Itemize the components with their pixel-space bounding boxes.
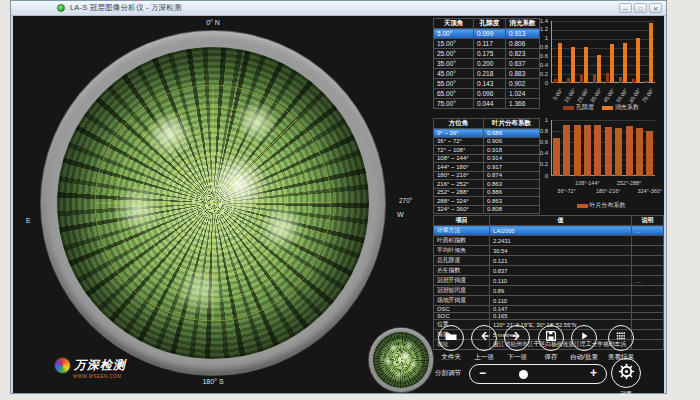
table-row[interactable]: 55.00°0.1430.902 — [434, 79, 540, 89]
table-cell: 冠层郁闭度 — [434, 286, 490, 296]
table-row[interactable]: 15.00°0.1170.806 — [434, 39, 540, 49]
table-cell: 叶面积指数 — [434, 236, 490, 246]
table-row[interactable]: 72° ~ 108°0.918 — [434, 146, 540, 155]
bar — [623, 43, 628, 83]
table-cell: 0.806 — [506, 39, 540, 49]
table-row[interactable]: 计算方法LAI2000… — [434, 226, 664, 236]
slider-minus-button[interactable]: − — [479, 366, 486, 381]
table-cell: 2.2431 — [490, 236, 632, 246]
table-cell: 0.099 — [474, 29, 506, 39]
y-tick-label: 0.4 — [537, 62, 548, 68]
bar — [567, 78, 571, 83]
table-cell: … — [632, 226, 664, 236]
table-row[interactable]: 252° ~ 288°0.886 — [434, 188, 540, 197]
column-header: 孔隙度 — [474, 19, 506, 29]
table-cell: 1.024 — [506, 89, 540, 99]
legend-label: 孔隙度 — [576, 103, 594, 112]
table-cell: 0.917 — [484, 163, 540, 172]
maximize-button[interactable]: □ — [634, 3, 647, 13]
table-row[interactable]: 冠层开阔度0.110… — [434, 276, 664, 286]
table-cell — [632, 236, 664, 246]
table-cell: 0.143 — [474, 79, 506, 89]
table-row[interactable]: 36° ~ 72°0.906 — [434, 137, 540, 146]
table-cell: 1.366 — [506, 99, 540, 109]
settings-label: 设置 — [611, 390, 641, 399]
table-row[interactable]: SOC0.165 — [434, 313, 664, 320]
table-cell: 场地开阔度 — [434, 296, 490, 306]
table-row[interactable]: 108° ~ 144°0.914 — [434, 154, 540, 163]
table-row[interactable]: 总孔隙度0.121 — [434, 256, 664, 266]
table-cell: 0.883 — [506, 69, 540, 79]
grid-icon — [614, 329, 628, 347]
table-row[interactable]: 场地开阔度0.110 — [434, 296, 664, 306]
y-tick-label: 0.8 — [537, 44, 548, 50]
segmentation-slider[interactable]: − + — [469, 364, 607, 384]
table-cell — [632, 296, 664, 306]
y-tick-label: 1 — [537, 35, 548, 41]
table-cell: 25.00° — [434, 49, 474, 59]
bar — [597, 55, 602, 83]
table-cell — [632, 340, 664, 350]
table-row[interactable]: 5.00°0.0990.913 — [434, 29, 540, 39]
table-cell: 55.00° — [434, 79, 474, 89]
table-row[interactable]: 180° ~ 216°0.874 — [434, 171, 540, 180]
auto-batch-button[interactable] — [571, 325, 597, 351]
settings-button[interactable] — [611, 358, 641, 388]
table-row[interactable]: 25.00°0.1750.823 — [434, 49, 540, 59]
table-row[interactable]: 144° ~ 180°0.917 — [434, 163, 540, 172]
compass-south-label: 180° S — [183, 378, 243, 385]
compass-east-label: E — [26, 217, 31, 224]
y-tick-label: 0.2 — [537, 71, 548, 77]
segmentation-slider-label: 分割调节 — [435, 369, 461, 378]
save-button[interactable] — [538, 325, 564, 351]
table-row[interactable]: 45.00°0.2180.883 — [434, 69, 540, 79]
table-row[interactable]: 丛生指数0.837 — [434, 266, 664, 276]
table-cell: 216° ~ 252° — [434, 180, 484, 189]
table-cell: 0.823 — [506, 49, 540, 59]
table-row[interactable]: 叶面积指数2.2431 — [434, 236, 664, 246]
x-tick-label: 252°-288° — [605, 180, 653, 186]
table-cell: 0.686 — [484, 129, 540, 138]
table-row[interactable]: 65.00°0.0961.024 — [434, 89, 540, 99]
legend-swatch — [563, 106, 574, 110]
prev-image-button[interactable] — [471, 325, 497, 351]
gear-icon — [618, 363, 635, 384]
table-row[interactable]: 平均叶倾角30.54 — [434, 246, 664, 256]
bar — [610, 44, 615, 83]
table-cell: SOC — [434, 313, 490, 320]
table-cell: 0.147 — [490, 306, 632, 313]
table-row[interactable]: 216° ~ 252°0.863 — [434, 180, 540, 189]
thumbnail-image[interactable] — [373, 332, 429, 388]
bar — [606, 73, 610, 83]
bar — [646, 131, 653, 176]
folder-button[interactable] — [438, 325, 464, 351]
next-image-button[interactable] — [504, 325, 530, 351]
compass-west-degrees-label: 270° — [399, 197, 412, 204]
table-row[interactable]: 75.00°0.0441.366 — [434, 99, 540, 109]
y-tick-label: 0.2 — [537, 161, 548, 167]
table-row[interactable]: 324° ~ 360°0.808 — [434, 205, 540, 214]
table-row[interactable]: 冠层郁闭度0.89 — [434, 286, 664, 296]
slider-plus-button[interactable]: + — [590, 366, 597, 381]
table-row[interactable]: 0° ~ 36°0.686 — [434, 129, 540, 138]
titlebar[interactable]: LA-S 冠层图像分析仪 - 万深检测 ─ □ ✕ — [11, 1, 666, 16]
view-results-button[interactable] — [608, 325, 634, 351]
table-cell: 0.913 — [506, 29, 540, 39]
table-row[interactable]: 35.00°0.2000.637 — [434, 59, 540, 69]
table-cell: 0.121 — [490, 256, 632, 266]
minimize-button[interactable]: ─ — [619, 3, 632, 13]
close-button[interactable]: ✕ — [649, 3, 662, 13]
thumbnail-ring — [369, 328, 433, 392]
bar — [619, 77, 623, 83]
bar — [574, 125, 581, 176]
zenith-bar-chart: 00.20.40.60.811.21.45.00°15.00°25.00°35.… — [537, 18, 665, 114]
table-row[interactable]: OSC0.147 — [434, 306, 664, 313]
bar — [571, 47, 576, 83]
bar — [584, 47, 589, 83]
table-cell: 计算方法 — [434, 226, 490, 236]
bar — [554, 79, 558, 83]
table-row[interactable]: 288° ~ 324°0.863 — [434, 197, 540, 206]
table-cell — [632, 313, 664, 320]
arrow-left-icon — [477, 329, 491, 347]
slider-thumb[interactable] — [519, 370, 528, 379]
